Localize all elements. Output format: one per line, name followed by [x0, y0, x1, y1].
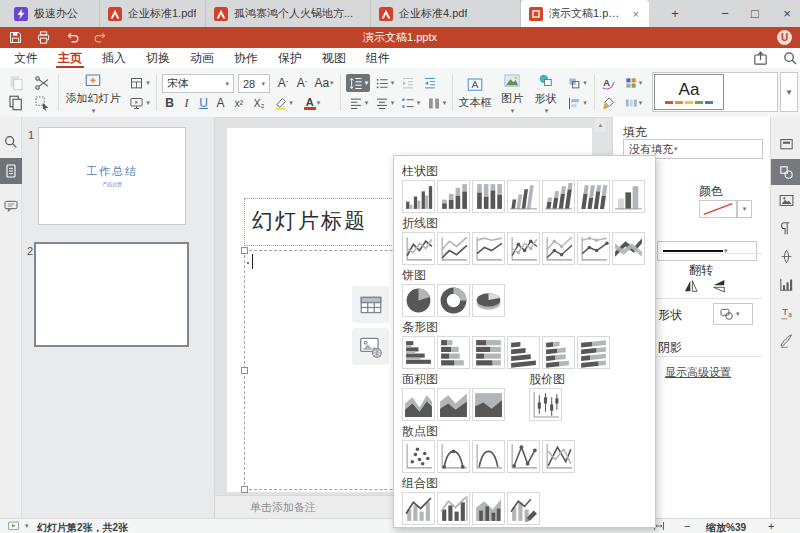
line-3d-chart-icon[interactable]: [612, 232, 645, 265]
tab-3[interactable]: 孤鸿寨鸿个人火锅地方...: [206, 0, 371, 27]
stock-hlc-chart-icon[interactable]: [529, 388, 562, 421]
line-stacked-chart-icon[interactable]: [437, 232, 470, 265]
style-gallery-expand-button[interactable]: ▾: [780, 72, 798, 112]
col-clustered-chart-icon[interactable]: [402, 180, 435, 213]
paragraph-icon[interactable]: [771, 215, 800, 241]
align-center-button[interactable]: ▾: [372, 94, 396, 112]
align-objects-button[interactable]: ▾: [564, 94, 590, 112]
copy-button[interactable]: [6, 94, 26, 112]
area-stacked-100-chart-icon[interactable]: [472, 388, 505, 421]
undo-icon[interactable]: [66, 30, 81, 45]
zoom-in-button[interactable]: +: [768, 520, 774, 532]
flip-vertical-icon[interactable]: [683, 278, 699, 294]
insert-picture-button[interactable]: 图片 ▾: [496, 72, 528, 114]
change-case-button[interactable]: Aa▾: [312, 74, 336, 92]
menu-item-动画[interactable]: 动画: [180, 48, 224, 68]
decrease-indent-button[interactable]: [398, 74, 418, 92]
col-3d-clustered-chart-icon[interactable]: [507, 180, 540, 213]
resize-handle[interactable]: [241, 367, 248, 374]
menu-item-插入[interactable]: 插入: [92, 48, 136, 68]
theme-colors-button[interactable]: ▾: [620, 74, 646, 92]
menu-item-保护[interactable]: 保护: [268, 48, 312, 68]
bold-button[interactable]: B: [162, 94, 177, 112]
insert-shape-button[interactable]: 形状 ▾: [530, 72, 562, 114]
slideshow-button[interactable]: ▾: [126, 94, 152, 112]
area-stacked-chart-icon[interactable]: [437, 388, 470, 421]
scatter-smooth-chart-icon[interactable]: [472, 440, 505, 473]
subscript-button[interactable]: X₂: [250, 94, 268, 112]
slide-layout-icon[interactable]: [771, 131, 800, 157]
line-stacked-100-chart-icon[interactable]: [472, 232, 505, 265]
bar-3d-stacked-100-chart-icon[interactable]: [577, 336, 610, 369]
tab-close-icon[interactable]: ×: [631, 8, 641, 20]
pie-3d-chart-icon[interactable]: [472, 284, 505, 317]
text-effects-button[interactable]: A: [598, 74, 618, 92]
tab-5[interactable]: 演示文稿1.pptx*×: [521, 0, 649, 27]
area-chart-icon[interactable]: [402, 388, 435, 421]
pie-chart-icon[interactable]: [402, 284, 435, 317]
flip-horizontal-icon[interactable]: [711, 278, 727, 294]
print-icon[interactable]: [36, 30, 51, 45]
textfx-icon[interactable]: Ta: [771, 299, 800, 325]
combo-column-line-secondary-chart-icon[interactable]: [437, 492, 470, 525]
slide-1-thumbnail[interactable]: 工作总结 产品运营: [38, 127, 186, 225]
highlight-color-button[interactable]: ▾: [270, 94, 296, 112]
bar-3d-stacked-chart-icon[interactable]: [542, 336, 575, 369]
menu-item-切换[interactable]: 切换: [136, 48, 180, 68]
menu-item-组件[interactable]: 组件: [356, 48, 400, 68]
bar-3d-clustered-chart-icon[interactable]: [507, 336, 540, 369]
font-color-button[interactable]: A▾: [298, 94, 326, 112]
slideshow-status-icon[interactable]: [5, 520, 22, 532]
col-stacked-chart-icon[interactable]: [437, 180, 470, 213]
scatter-smooth-markers-chart-icon[interactable]: [437, 440, 470, 473]
shapes-icon[interactable]: [771, 159, 800, 185]
scatter-lines-chart-icon[interactable]: [542, 440, 575, 473]
italic-button[interactable]: I: [179, 94, 194, 112]
save-icon[interactable]: [8, 30, 23, 45]
numbered-list-button[interactable]: ▾: [398, 94, 422, 112]
columns-button[interactable]: ▾: [424, 94, 448, 112]
line-spacing-button[interactable]: ▾: [346, 74, 370, 92]
col-stacked-100-chart-icon[interactable]: [472, 180, 505, 213]
slides-panel-icon[interactable]: [0, 158, 22, 184]
menu-item-文件[interactable]: 文件: [4, 48, 48, 68]
insert-textbox-button[interactable]: 文本框: [456, 72, 494, 114]
font-size-select[interactable]: 28▾: [238, 74, 270, 93]
menu-item-主页[interactable]: 主页: [48, 48, 92, 68]
chevron-down-icon[interactable]: ▾: [25, 522, 29, 530]
line-style-select[interactable]: ▾: [657, 241, 757, 261]
resize-handle[interactable]: [241, 247, 248, 254]
advanced-settings-link[interactable]: 显示高级设置: [665, 365, 731, 380]
style-gallery-item[interactable]: Aa: [654, 74, 724, 110]
font-name-select[interactable]: 宋体▾: [162, 74, 234, 93]
menu-item-视图[interactable]: 视图: [312, 48, 356, 68]
scrollbar-up-arrow[interactable]: ▲: [595, 119, 606, 132]
scatter-chart-icon[interactable]: [402, 440, 435, 473]
animation-icon[interactable]: [771, 243, 800, 269]
grow-font-button[interactable]: Aˆ: [274, 74, 292, 92]
resize-handle[interactable]: [241, 486, 248, 493]
bar-stacked-chart-icon[interactable]: [437, 336, 470, 369]
comment-icon[interactable]: [0, 193, 22, 219]
image-icon[interactable]: [771, 187, 800, 213]
insert-table-placeholder[interactable]: [352, 286, 389, 323]
tab-1[interactable]: 极速办公: [6, 0, 100, 27]
combo-custom-chart-icon[interactable]: [507, 492, 540, 525]
slide-layout-button[interactable]: ▾: [126, 74, 152, 92]
increase-indent-button[interactable]: [420, 74, 440, 92]
select-button[interactable]: [32, 94, 52, 112]
user-avatar[interactable]: U: [777, 30, 792, 45]
minimize-button[interactable]: −: [714, 0, 736, 27]
new-tab-button[interactable]: +: [664, 0, 686, 27]
tab-2[interactable]: 企业标准1.pdf: [100, 0, 206, 27]
line-color-swatch[interactable]: [699, 200, 737, 218]
close-window-button[interactable]: ×: [776, 0, 798, 27]
character-border-button[interactable]: A: [213, 94, 228, 112]
add-slide-button[interactable]: 添加幻灯片 ▾: [64, 72, 122, 114]
shrink-font-button[interactable]: Aˇ: [293, 74, 311, 92]
combo-column-line-chart-icon[interactable]: [402, 492, 435, 525]
line-chart-icon[interactable]: [402, 232, 435, 265]
ink-icon[interactable]: [771, 327, 800, 353]
insert-picture-placeholder[interactable]: [352, 328, 389, 365]
doughnut-chart-icon[interactable]: [437, 284, 470, 317]
